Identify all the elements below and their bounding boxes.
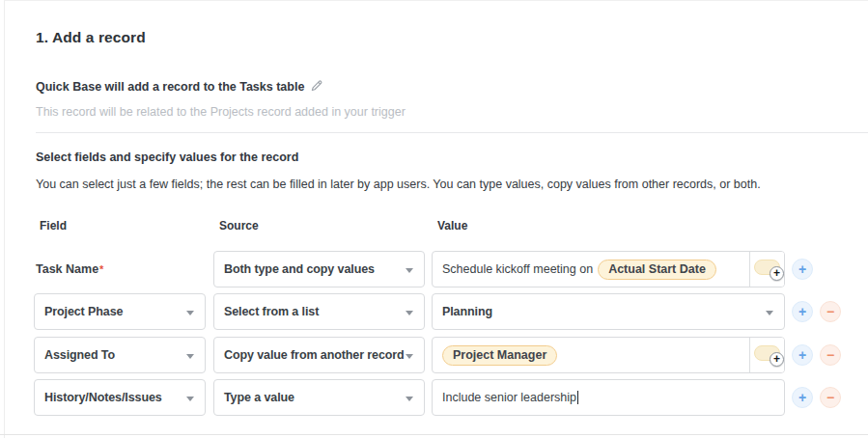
remove-row-button[interactable]: − [820,301,841,322]
required-asterisk: * [99,263,103,275]
fields-section-heading: Select fields and specify values for the… [36,151,298,164]
pencil-icon [310,79,323,93]
value-text: Schedule kickoff meeting on [442,262,593,276]
chevron-down-icon [406,397,413,401]
plus-icon: + [798,305,806,318]
field-label-text: Task Name [36,262,98,276]
field-select-assigned-to[interactable]: Assigned To [34,337,206,373]
chevron-down-icon [406,268,413,273]
source-select-value: Type a value [224,391,294,404]
chevron-down-icon [406,311,413,315]
value-select-value: Planning [442,305,492,318]
add-row-button[interactable]: + [792,344,813,366]
insert-field-toggle-icon: + [754,345,780,361]
step-summary: Quick Base will add a record to the Task… [36,79,323,96]
source-select-assigned-to[interactable]: Copy value from another record [213,337,425,373]
chevron-down-icon [186,397,194,401]
column-header-source: Source [219,219,259,233]
value-input-assigned-to[interactable]: Project Manager + [432,337,785,373]
source-select-value: Select from a list [224,305,319,318]
panel-bottom-border [0,434,868,435]
column-header-value: Value [437,219,467,233]
plus-icon: + [770,266,784,281]
plus-icon: + [798,348,806,362]
plus-icon: + [798,262,806,276]
summary-table-name: Tasks [239,80,273,94]
remove-row-button[interactable]: − [820,344,841,366]
add-row-button[interactable]: + [792,259,813,280]
insert-field-button[interactable]: + [749,338,784,372]
remove-row-button[interactable]: − [820,387,841,408]
summary-action: add a record [127,80,200,94]
field-select-value: History/Notes/Issues [44,391,162,404]
add-row-button[interactable]: + [792,301,813,322]
value-text: Include senior leadership [442,391,576,404]
related-record-note: This record will be related to the Proje… [36,105,406,119]
minus-icon: − [826,305,834,318]
add-row-button[interactable]: + [792,387,813,408]
plus-icon: + [798,391,806,404]
source-select-project-phase[interactable]: Select from a list [213,293,425,330]
field-select-project-phase[interactable]: Project Phase [34,293,206,330]
minus-icon: − [826,348,834,362]
source-select-value: Both type and copy values [224,262,375,276]
plus-icon: + [770,352,784,367]
insert-field-toggle-icon: + [754,260,780,275]
value-input-history-notes-issues[interactable]: Include senior leadership [432,379,785,416]
chevron-down-icon [186,311,194,315]
column-header-field: Field [40,219,67,233]
field-label-task-name: Task Name* [36,251,103,287]
field-row-project-phase: Project Phase Select from a list Plannin… [0,293,868,330]
summary-prefix: Quick Base will [36,80,127,94]
value-select-project-phase[interactable]: Planning [432,293,785,330]
field-select-value: Project Phase [44,305,123,318]
summary-suffix: table [273,80,305,94]
section-divider [36,132,868,133]
chevron-down-icon [766,311,773,315]
step-title: 1. Add a record [36,29,146,46]
panel-top-border [4,0,868,1]
summary-mid: to the [200,80,239,94]
fields-section-description: You can select just a few fields; the re… [36,178,761,191]
field-row-assigned-to: Assigned To Copy value from another reco… [0,337,868,373]
chevron-down-icon [406,354,413,359]
field-token-project-manager[interactable]: Project Manager [442,345,557,366]
field-select-value: Assigned To [44,348,115,362]
add-record-step-panel: 1. Add a record Quick Base will add a re… [0,0,868,438]
field-token-actual-start-date[interactable]: Actual Start Date [598,260,716,280]
field-row-history-notes-issues: History/Notes/Issues Type a value Includ… [0,379,868,416]
chevron-down-icon [186,354,194,359]
minus-icon: − [826,391,834,404]
field-select-history-notes-issues[interactable]: History/Notes/Issues [34,379,206,416]
source-select-history-notes-issues[interactable]: Type a value [213,379,425,416]
field-row-task-name: Task Name* Both type and copy values Sch… [0,251,868,287]
insert-field-button[interactable]: + [749,252,784,287]
source-select-task-name[interactable]: Both type and copy values [213,251,425,287]
value-input-task-name[interactable]: Schedule kickoff meeting on Actual Start… [432,251,785,287]
edit-step-button[interactable] [310,79,323,96]
text-cursor [577,391,578,404]
source-select-value: Copy value from another record [224,348,405,362]
